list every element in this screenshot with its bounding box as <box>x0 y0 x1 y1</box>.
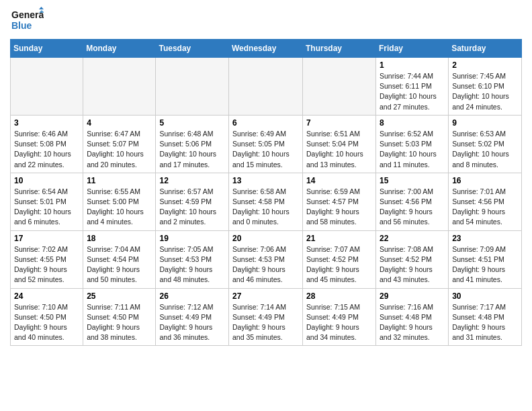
calendar-cell: 29Sunrise: 7:16 AM Sunset: 4:48 PM Dayli… <box>376 288 449 346</box>
calendar-cell <box>303 58 376 116</box>
day-number: 29 <box>380 291 445 301</box>
calendar-cell: 5Sunrise: 6:48 AM Sunset: 5:06 PM Daylig… <box>156 115 229 173</box>
day-info: Sunrise: 7:04 AM Sunset: 4:54 PM Dayligh… <box>87 244 152 285</box>
day-info: Sunrise: 7:00 AM Sunset: 4:56 PM Dayligh… <box>380 187 445 228</box>
page-header: General Blue <box>10 7 522 34</box>
calendar-cell: 27Sunrise: 7:14 AM Sunset: 4:49 PM Dayli… <box>229 288 303 346</box>
day-number: 12 <box>159 176 225 185</box>
day-number: 9 <box>452 118 518 128</box>
day-number: 10 <box>14 176 79 185</box>
svg-marker-2 <box>39 7 44 9</box>
day-info: Sunrise: 7:16 AM Sunset: 4:48 PM Dayligh… <box>380 302 445 343</box>
calendar-header-thursday: Thursday <box>303 40 376 58</box>
calendar-cell: 13Sunrise: 6:58 AM Sunset: 4:58 PM Dayli… <box>229 173 303 230</box>
day-info: Sunrise: 6:55 AM Sunset: 5:00 PM Dayligh… <box>87 187 152 228</box>
calendar-header-wednesday: Wednesday <box>229 40 303 58</box>
day-number: 8 <box>380 118 445 128</box>
day-info: Sunrise: 7:15 AM Sunset: 4:49 PM Dayligh… <box>306 302 372 343</box>
day-info: Sunrise: 6:47 AM Sunset: 5:07 PM Dayligh… <box>87 129 152 170</box>
day-info: Sunrise: 6:53 AM Sunset: 5:02 PM Dayligh… <box>452 129 518 170</box>
day-number: 27 <box>232 291 299 301</box>
day-info: Sunrise: 6:54 AM Sunset: 5:01 PM Dayligh… <box>14 187 79 228</box>
calendar-week-row: 24Sunrise: 7:10 AM Sunset: 4:50 PM Dayli… <box>11 288 522 346</box>
day-number: 15 <box>380 176 445 185</box>
calendar-cell <box>156 58 229 116</box>
calendar-week-row: 3Sunrise: 6:46 AM Sunset: 5:08 PM Daylig… <box>11 115 522 173</box>
day-number: 30 <box>452 291 518 301</box>
day-number: 6 <box>232 118 299 128</box>
calendar-header-row: SundayMondayTuesdayWednesdayThursdayFrid… <box>11 40 522 58</box>
day-info: Sunrise: 7:11 AM Sunset: 4:50 PM Dayligh… <box>87 302 152 343</box>
day-info: Sunrise: 7:07 AM Sunset: 4:52 PM Dayligh… <box>306 244 372 285</box>
day-info: Sunrise: 7:02 AM Sunset: 4:55 PM Dayligh… <box>14 244 79 285</box>
logo-icon: General Blue <box>10 7 44 34</box>
calendar-cell: 4Sunrise: 6:47 AM Sunset: 5:07 PM Daylig… <box>83 115 156 173</box>
day-info: Sunrise: 7:12 AM Sunset: 4:49 PM Dayligh… <box>159 302 225 343</box>
day-info: Sunrise: 6:52 AM Sunset: 5:03 PM Dayligh… <box>380 129 445 170</box>
calendar-cell: 15Sunrise: 7:00 AM Sunset: 4:56 PM Dayli… <box>376 173 449 230</box>
svg-text:Blue: Blue <box>11 20 32 31</box>
day-info: Sunrise: 6:49 AM Sunset: 5:05 PM Dayligh… <box>232 129 299 170</box>
day-info: Sunrise: 7:14 AM Sunset: 4:49 PM Dayligh… <box>232 302 299 343</box>
day-info: Sunrise: 7:09 AM Sunset: 4:51 PM Dayligh… <box>452 244 518 285</box>
day-info: Sunrise: 6:59 AM Sunset: 4:57 PM Dayligh… <box>306 187 372 228</box>
day-info: Sunrise: 6:58 AM Sunset: 4:58 PM Dayligh… <box>232 187 299 228</box>
calendar-cell: 23Sunrise: 7:09 AM Sunset: 4:51 PM Dayli… <box>449 230 522 288</box>
calendar-cell: 20Sunrise: 7:06 AM Sunset: 4:53 PM Dayli… <box>229 230 303 288</box>
day-number: 20 <box>232 234 299 243</box>
day-number: 4 <box>87 118 152 128</box>
calendar-cell: 17Sunrise: 7:02 AM Sunset: 4:55 PM Dayli… <box>11 230 83 288</box>
day-info: Sunrise: 7:44 AM Sunset: 6:11 PM Dayligh… <box>380 71 445 112</box>
day-number: 16 <box>452 176 518 185</box>
calendar-cell: 28Sunrise: 7:15 AM Sunset: 4:49 PM Dayli… <box>303 288 376 346</box>
calendar-header-saturday: Saturday <box>449 40 522 58</box>
day-number: 11 <box>87 176 152 185</box>
calendar-cell: 12Sunrise: 6:57 AM Sunset: 4:59 PM Dayli… <box>156 173 229 230</box>
calendar-header-friday: Friday <box>376 40 449 58</box>
day-number: 13 <box>232 176 299 185</box>
calendar-cell: 1Sunrise: 7:44 AM Sunset: 6:11 PM Daylig… <box>376 58 449 116</box>
day-number: 28 <box>306 291 372 301</box>
day-number: 7 <box>306 118 372 128</box>
calendar-week-row: 17Sunrise: 7:02 AM Sunset: 4:55 PM Dayli… <box>11 230 522 288</box>
day-number: 1 <box>380 60 445 70</box>
calendar-header-sunday: Sunday <box>11 40 83 58</box>
day-number: 17 <box>14 234 79 243</box>
day-info: Sunrise: 7:17 AM Sunset: 4:48 PM Dayligh… <box>452 302 518 343</box>
day-number: 5 <box>159 118 225 128</box>
calendar-cell: 25Sunrise: 7:11 AM Sunset: 4:50 PM Dayli… <box>83 288 156 346</box>
day-number: 3 <box>14 118 79 128</box>
calendar-cell: 18Sunrise: 7:04 AM Sunset: 4:54 PM Dayli… <box>83 230 156 288</box>
calendar-cell: 10Sunrise: 6:54 AM Sunset: 5:01 PM Dayli… <box>11 173 83 230</box>
calendar-cell: 9Sunrise: 6:53 AM Sunset: 5:02 PM Daylig… <box>449 115 522 173</box>
calendar-cell: 2Sunrise: 7:45 AM Sunset: 6:10 PM Daylig… <box>449 58 522 116</box>
day-number: 26 <box>159 291 225 301</box>
calendar-cell: 22Sunrise: 7:08 AM Sunset: 4:52 PM Dayli… <box>376 230 449 288</box>
calendar-header-monday: Monday <box>83 40 156 58</box>
day-info: Sunrise: 6:51 AM Sunset: 5:04 PM Dayligh… <box>306 129 372 170</box>
calendar-week-row: 1Sunrise: 7:44 AM Sunset: 6:11 PM Daylig… <box>11 58 522 116</box>
day-info: Sunrise: 7:08 AM Sunset: 4:52 PM Dayligh… <box>380 244 445 285</box>
day-number: 22 <box>380 234 445 243</box>
day-number: 25 <box>87 291 152 301</box>
day-number: 21 <box>306 234 372 243</box>
calendar-cell: 19Sunrise: 7:05 AM Sunset: 4:53 PM Dayli… <box>156 230 229 288</box>
logo: General Blue <box>10 7 44 34</box>
day-number: 2 <box>452 60 518 70</box>
day-number: 24 <box>14 291 79 301</box>
calendar-cell: 14Sunrise: 6:59 AM Sunset: 4:57 PM Dayli… <box>303 173 376 230</box>
calendar-cell: 8Sunrise: 6:52 AM Sunset: 5:03 PM Daylig… <box>376 115 449 173</box>
calendar-header-tuesday: Tuesday <box>156 40 229 58</box>
day-number: 18 <box>87 234 152 243</box>
calendar-cell: 30Sunrise: 7:17 AM Sunset: 4:48 PM Dayli… <box>449 288 522 346</box>
calendar-cell <box>11 58 83 116</box>
day-number: 23 <box>452 234 518 243</box>
calendar-cell <box>83 58 156 116</box>
day-info: Sunrise: 7:05 AM Sunset: 4:53 PM Dayligh… <box>159 244 225 285</box>
day-info: Sunrise: 7:10 AM Sunset: 4:50 PM Dayligh… <box>14 302 79 343</box>
calendar-cell: 24Sunrise: 7:10 AM Sunset: 4:50 PM Dayli… <box>11 288 83 346</box>
day-info: Sunrise: 7:45 AM Sunset: 6:10 PM Dayligh… <box>452 71 518 112</box>
day-info: Sunrise: 6:57 AM Sunset: 4:59 PM Dayligh… <box>159 187 225 228</box>
calendar-cell: 11Sunrise: 6:55 AM Sunset: 5:00 PM Dayli… <box>83 173 156 230</box>
day-info: Sunrise: 7:06 AM Sunset: 4:53 PM Dayligh… <box>232 244 299 285</box>
